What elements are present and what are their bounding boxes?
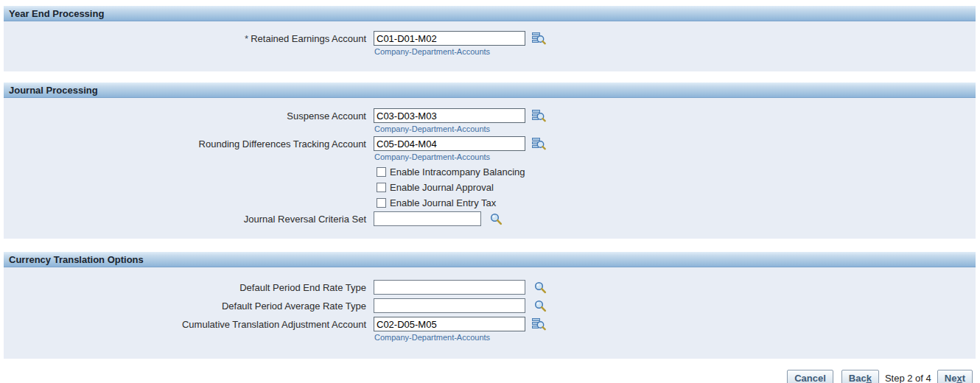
flexfield-structure-hint: Company-Department-Accounts [374, 124, 546, 133]
flexfield-structure-hint: Company-Department-Accounts [374, 333, 546, 342]
flexfield-lov-icon[interactable] [532, 32, 546, 45]
section-title-currency-translation-options: Currency Translation Options [4, 252, 976, 267]
retained-earnings-label: *Retained Earnings Account [4, 31, 366, 44]
field-row-period-average-rate-type: Default Period Average Rate Type [4, 298, 976, 313]
section-body-year-end-processing: *Retained Earnings Account Company-Depar… [4, 21, 976, 71]
magnifier-lov-icon[interactable] [490, 213, 503, 225]
flexfield-structure-hint: Company-Department-Accounts [374, 152, 546, 161]
wizard-footer: Cancel Back Step 2 of 4 Next [0, 370, 973, 383]
checkbox-row-enable-journal-approval[interactable]: Enable Journal Approval [377, 180, 525, 195]
journal-reversal-criteria-set-input[interactable] [374, 211, 481, 226]
enable-intracompany-balancing-checkbox[interactable] [377, 167, 386, 177]
checkbox-label: Enable Journal Entry Tax [390, 197, 496, 208]
suspense-account-input[interactable] [374, 108, 525, 123]
flexfield-lov-icon[interactable] [532, 109, 546, 122]
field-row-journal-reversal: Journal Reversal Criteria Set [4, 211, 976, 226]
enable-journal-entry-tax-checkbox[interactable] [377, 198, 386, 208]
flexfield-lov-icon[interactable] [532, 137, 546, 150]
default-period-average-rate-type-input[interactable] [374, 298, 525, 313]
step-indicator: Step 2 of 4 [879, 373, 937, 383]
flexfield-lov-icon[interactable] [532, 317, 546, 331]
cumulative-translation-adjustment-label: Cumulative Translation Adjustment Accoun… [4, 317, 366, 330]
checkbox-row-enable-intracompany-balancing[interactable]: Enable Intracompany Balancing [377, 164, 525, 180]
rounding-differences-label: Rounding Differences Tracking Account [4, 136, 366, 150]
field-row-retained-earnings: *Retained Earnings Account Company-Depar… [4, 31, 976, 59]
magnifier-lov-icon[interactable] [534, 300, 547, 312]
section-title-journal-processing: Journal Processing [4, 82, 976, 98]
retained-earnings-account-input[interactable] [374, 31, 525, 46]
field-row-period-end-rate-type: Default Period End Rate Type [4, 280, 976, 295]
default-period-average-rate-type-label: Default Period Average Rate Type [4, 298, 366, 312]
section-body-currency-translation-options: Default Period End Rate Type Default Per… [4, 267, 976, 359]
default-period-end-rate-type-input[interactable] [374, 280, 525, 295]
enable-journal-approval-checkbox[interactable] [377, 183, 386, 192]
checkbox-label: Enable Journal Approval [390, 182, 494, 193]
field-row-suspense-account: Suspense Account Company-Department-Acco… [4, 108, 976, 136]
default-period-end-rate-type-label: Default Period End Rate Type [4, 280, 366, 293]
field-row-rounding-differences: Rounding Differences Tracking Account Co… [4, 136, 976, 164]
suspense-account-label: Suspense Account [4, 108, 366, 122]
checkbox-group: Enable Intracompany Balancing Enable Jou… [4, 164, 976, 211]
section-journal-processing: Journal Processing Suspense Account Comp… [4, 82, 976, 239]
checkbox-row-enable-journal-entry-tax[interactable]: Enable Journal Entry Tax [377, 195, 525, 211]
magnifier-lov-icon[interactable] [534, 281, 547, 294]
section-title-year-end-processing: Year End Processing [4, 6, 976, 21]
field-row-cumulative-translation-adjustment: Cumulative Translation Adjustment Accoun… [4, 317, 976, 345]
journal-reversal-criteria-set-label: Journal Reversal Criteria Set [4, 211, 366, 225]
section-year-end-processing: Year End Processing *Retained Earnings A… [4, 6, 976, 71]
flexfield-structure-hint: Company-Department-Accounts [374, 47, 546, 56]
cumulative-translation-adjustment-account-input[interactable] [374, 317, 525, 331]
section-body-journal-processing: Suspense Account Company-Department-Acco… [4, 98, 976, 239]
section-currency-translation-options: Currency Translation Options Default Per… [4, 252, 976, 359]
required-indicator: * [245, 33, 248, 44]
rounding-differences-account-input[interactable] [374, 136, 525, 151]
checkbox-label: Enable Intracompany Balancing [390, 166, 525, 178]
next-button[interactable]: Next [937, 370, 973, 383]
back-button[interactable]: Back [841, 370, 879, 383]
cancel-button[interactable]: Cancel [787, 370, 833, 383]
